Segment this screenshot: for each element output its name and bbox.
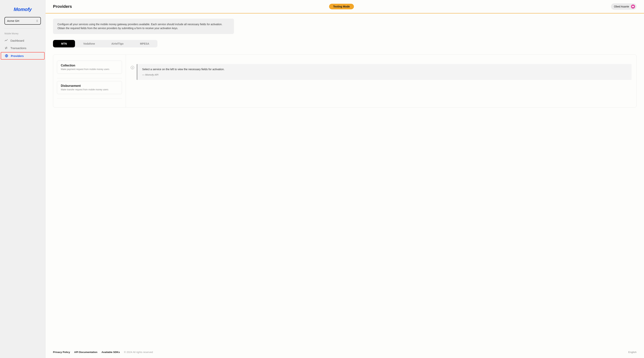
footer-link-privacy[interactable]: Privacy Policy [53, 351, 70, 353]
tab-mpesa[interactable]: MPESA [132, 40, 158, 48]
tab-airteltigo[interactable]: AirtelTigo [103, 40, 132, 48]
globe-icon [5, 54, 8, 58]
service-desc: Make transfer request from mobile money … [61, 88, 118, 91]
header: Providers Testing Mode Obed Asante [46, 0, 644, 14]
user-menu[interactable]: Obed Asante [611, 3, 636, 10]
service-desc: Make payment request from mobile money u… [61, 68, 118, 71]
footer: Privacy Policy API Documentation Availab… [46, 347, 644, 358]
detail-source: — Momofy API [142, 73, 627, 76]
sidebar-item-dashboard[interactable]: Dashboard [0, 37, 45, 44]
detail-message-box: Select a service on the left to view the… [137, 64, 632, 80]
sidebar-item-label: Dashboard [10, 39, 24, 42]
footer-link-api-docs[interactable]: API Documentation [74, 351, 98, 353]
info-icon: i [131, 66, 134, 69]
sidebar-item-providers[interactable]: Providers [1, 52, 44, 60]
logo: Momofy [0, 4, 45, 17]
language-selector[interactable]: English [628, 351, 636, 353]
divider [57, 99, 122, 99]
testing-mode-badge[interactable]: Testing Mode [329, 4, 354, 9]
service-title: Disbursement [61, 84, 118, 88]
service-title: Collection [61, 64, 118, 67]
service-card-disbursement[interactable]: Disbursement Make transfer request from … [57, 81, 122, 94]
page-title: Providers [53, 4, 72, 9]
main-area: Providers Testing Mode Obed Asante Confi… [46, 0, 644, 358]
divider [4, 28, 42, 29]
service-card-collection[interactable]: Collection Make payment request from mob… [57, 61, 122, 74]
brand-logo: Momofy [14, 7, 32, 12]
user-name: Obed Asante [614, 5, 629, 8]
service-detail: i Select a service on the left to view t… [126, 55, 636, 107]
sidebar-item-label: Transactions [10, 47, 26, 50]
sidebar-item-label: Providers [11, 54, 24, 58]
swap-icon [4, 46, 8, 50]
content: Configure all your services using the mo… [46, 14, 644, 347]
services-panel: Collection Make payment request from mob… [53, 55, 636, 108]
updown-icon [36, 20, 38, 23]
services-list: Collection Make payment request from mob… [53, 55, 126, 107]
org-selector-value: Acme GH [7, 19, 19, 23]
footer-link-sdks[interactable]: Available SDKs [102, 351, 120, 353]
detail-message: Select a service on the left to view the… [142, 68, 627, 71]
org-selector[interactable]: Acme GH [4, 17, 41, 25]
tab-mtn[interactable]: MTN [53, 40, 75, 48]
chart-line-icon [4, 39, 8, 42]
nav-section-heading: Mobile Money [0, 32, 45, 37]
sidebar-item-transactions[interactable]: Transactions [0, 44, 45, 52]
sidebar: Momofy Acme GH Mobile Money Dashboard Tr… [0, 0, 46, 358]
provider-tabs: MTN Vodafone AirtelTigo MPESA [53, 40, 158, 48]
tab-vodafone[interactable]: Vodafone [75, 40, 103, 48]
footer-copyright: © 2024 All rights reserved [124, 351, 153, 353]
avatar [631, 5, 635, 9]
info-banner: Configure all your services using the mo… [53, 19, 234, 34]
